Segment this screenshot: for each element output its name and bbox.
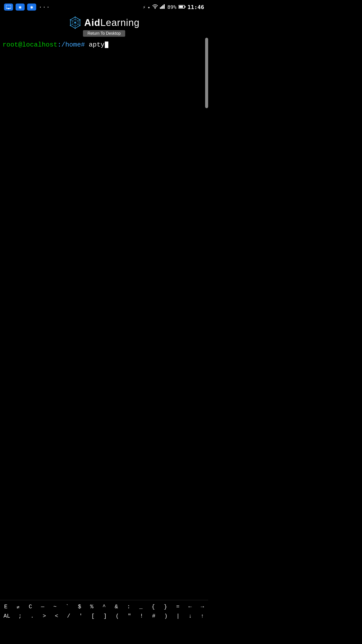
asterisk-icon-1: ✱ [16,4,25,11]
terminal-command: apty [85,40,105,49]
more-icon[interactable]: ··· [39,4,50,10]
return-to-desktop-button[interactable]: Return To Desktop [83,30,125,37]
app-logo: AidLearning [69,16,140,29]
status-right-icons: ⚡ ✦ 89% 11:46 [143,4,204,10]
svg-rect-7 [179,6,183,8]
battery-percent: 89% [167,4,176,10]
charge-icon: ⚡ [143,5,146,10]
asterisk-icon-2: ✱ [27,4,36,11]
terminal-line-1: root@localhost :/home# apty [3,40,206,49]
app-logo-icon [69,16,82,29]
svg-point-22 [70,19,71,20]
terminal-prompt-path: :/home# [57,40,85,49]
signal-icon [160,4,165,10]
svg-rect-2 [160,7,161,9]
app-header: AidLearning Return To Desktop [0,14,208,38]
svg-point-20 [75,28,76,29]
status-time: 11:46 [188,4,204,10]
svg-rect-3 [161,6,162,9]
svg-rect-5 [164,4,165,9]
svg-point-21 [70,25,71,26]
svg-line-25 [76,21,78,22]
svg-point-23 [74,22,76,24]
svg-point-17 [75,16,76,17]
scrollbar[interactable] [205,38,208,108]
svg-point-19 [79,25,80,26]
svg-point-18 [79,19,80,20]
terminal-area[interactable]: root@localhost :/home# apty [0,38,208,390]
terminal-prompt-user: root@localhost [3,40,57,49]
svg-line-26 [76,23,78,24]
svg-rect-4 [162,5,163,9]
svg-line-28 [72,23,74,24]
wifi-icon [152,4,158,10]
logo-aid: Aid [84,17,100,28]
svg-rect-8 [185,6,186,8]
svg-rect-0 [6,5,11,8]
logo-learning: Learning [100,17,140,28]
screen-icon [4,4,13,11]
svg-line-29 [72,21,74,22]
battery-icon [178,5,186,10]
status-bar: ✱ ✱ ··· ⚡ ✦ 89% [0,0,208,14]
svg-rect-1 [8,8,9,9]
terminal-cursor [105,42,108,48]
bluetooth-icon: ✦ [148,5,150,10]
status-left-icons: ✱ ✱ ··· [4,4,50,11]
app-name-text: AidLearning [84,17,140,28]
